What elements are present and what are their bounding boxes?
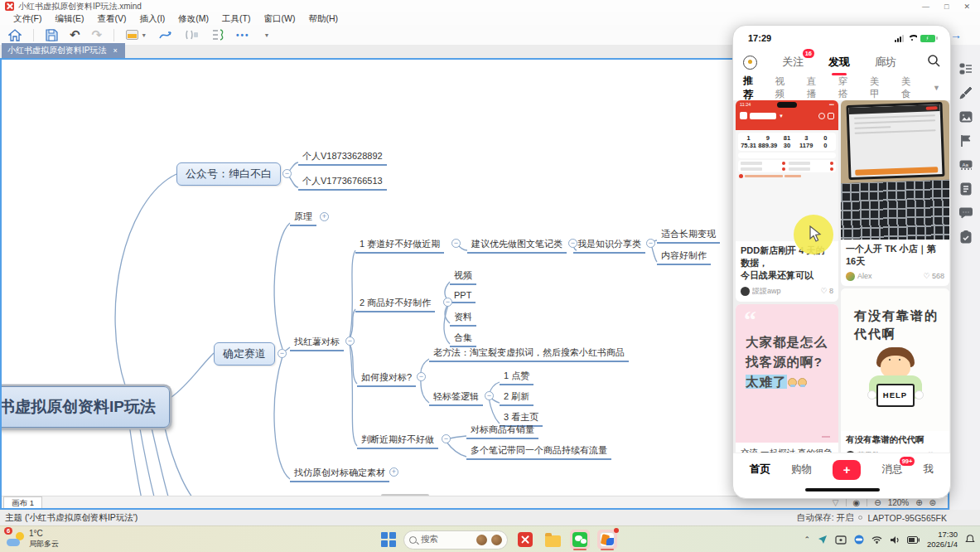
tray-clock[interactable]: 17:30 bbox=[927, 530, 958, 540]
author-avatar[interactable] bbox=[741, 287, 750, 296]
format-brush-icon[interactable] bbox=[959, 86, 973, 99]
mindmap-node-n3b1[interactable]: 1 点赞 bbox=[500, 369, 533, 385]
task-icon[interactable] bbox=[959, 230, 973, 244]
tab-me[interactable]: 我 bbox=[924, 462, 934, 477]
tab-home[interactable]: 首页 bbox=[750, 462, 770, 477]
mindmap-node-n3b2[interactable]: 2 刷新 bbox=[500, 390, 533, 406]
like-count[interactable]: ♡ 568 bbox=[923, 272, 944, 280]
zoom-out-icon[interactable]: ⊖ bbox=[874, 498, 881, 507]
mindmap-node-n1b2[interactable]: 内容好制作 bbox=[657, 249, 711, 265]
document-tab[interactable]: 小红书虚拟原创资料IP玩法 × bbox=[2, 43, 125, 58]
location-icon[interactable] bbox=[818, 535, 828, 545]
mindmap-node-n4[interactable]: 判断近期好不好做 bbox=[357, 433, 438, 449]
canvas-tab[interactable]: 画布 1 bbox=[3, 496, 42, 508]
cat-recommend[interactable]: 推荐 bbox=[743, 74, 756, 102]
more-tools-icon[interactable]: ••• bbox=[236, 31, 250, 40]
menu-file[interactable]: 文件(F) bbox=[7, 13, 48, 25]
app-tray-icon[interactable] bbox=[854, 535, 864, 545]
tray-date[interactable]: 2026/1/4 bbox=[927, 540, 958, 550]
comment-icon[interactable] bbox=[959, 206, 973, 220]
menu-edit[interactable]: 编辑(E) bbox=[48, 13, 90, 25]
tab-local[interactable]: 廊坊 bbox=[875, 55, 896, 70]
mindmap-node-gzh[interactable]: 公众号：绅白不白 bbox=[176, 162, 281, 186]
redo-icon[interactable]: ↷ bbox=[92, 27, 103, 42]
mindmap-node-n3b[interactable]: 轻标签逻辑 bbox=[429, 390, 483, 406]
relationship-icon[interactable] bbox=[158, 29, 173, 41]
menu-view[interactable]: 查看(V) bbox=[90, 13, 133, 25]
taskbar-mirror-app[interactable] bbox=[597, 530, 617, 550]
author-avatar[interactable] bbox=[846, 272, 855, 281]
phone-mirror-window[interactable]: 17:29 关注16 发现 廊坊 推荐 视频 直播 穿搭 美甲 美食 ▼ bbox=[732, 25, 951, 499]
mindmap-node-n1b1[interactable]: 适合长期变现 bbox=[657, 227, 720, 244]
fit-map-icon[interactable]: ⊜ bbox=[929, 498, 936, 507]
start-button[interactable] bbox=[381, 532, 396, 547]
zoom-in-icon[interactable]: ⊕ bbox=[915, 498, 922, 507]
mindmap-node-central[interactable]: 小红书虚拟原创资料IP玩法 bbox=[2, 386, 170, 428]
cat-nails[interactable]: 美甲 bbox=[870, 75, 881, 100]
tab-shop[interactable]: 购物 bbox=[791, 462, 812, 477]
summary-icon[interactable] bbox=[211, 29, 224, 41]
menu-modify[interactable]: 修改(M) bbox=[171, 13, 215, 25]
mindmap-node-n3a[interactable]: 老方法：淘宝裂变虚拟词，然后搜索小红书商品 bbox=[429, 346, 629, 362]
mindmap-node-fang[interactable]: 找仿原创对标确定素材 bbox=[290, 466, 389, 482]
collapse-icon[interactable]: − bbox=[568, 239, 577, 248]
taskbar-wechat[interactable] bbox=[570, 530, 590, 550]
menu-tools[interactable]: 工具(T) bbox=[215, 13, 257, 25]
maximize-button[interactable]: □ bbox=[944, 2, 949, 11]
mindmap-node-n2[interactable]: 2 商品好不好制作 bbox=[355, 296, 435, 312]
expand-icon[interactable]: + bbox=[320, 212, 329, 221]
save-icon[interactable] bbox=[46, 29, 58, 41]
feed-card-help[interactable]: 有没有靠谱的 代代啊 HELP 有没有靠谱的代代啊 bbox=[841, 288, 949, 453]
create-post-button[interactable]: + bbox=[833, 460, 861, 480]
search-icon[interactable] bbox=[927, 54, 940, 70]
feed-card-pdd[interactable]: 11:24▪▪▪ ▼ 1 bbox=[736, 100, 838, 302]
mindmap-node-n1a[interactable]: 建议优先做图文笔记类 bbox=[467, 237, 567, 254]
tray-expand-icon[interactable]: ⌃ bbox=[804, 535, 810, 544]
mindmap-node-n4a[interactable]: 对标商品有销量 bbox=[466, 423, 538, 439]
collapse-icon[interactable]: − bbox=[485, 391, 494, 400]
mindmap-node-track[interactable]: 确定赛道 bbox=[214, 342, 275, 366]
label-icon[interactable]: Aa bbox=[959, 158, 973, 172]
feed-card-quote[interactable]: “ 大家都是怎么 找客源的啊? 太难了 交流 一起探讨 真的很急 不懂就问有问必… bbox=[736, 304, 838, 453]
toolbar-dropdown-icon[interactable]: ▼ bbox=[264, 32, 270, 38]
author-name[interactable]: Alex bbox=[857, 272, 923, 280]
collapse-icon[interactable]: − bbox=[646, 239, 655, 248]
tab-messages[interactable]: 消息99+ bbox=[881, 462, 902, 477]
collapse-icon[interactable]: − bbox=[282, 169, 292, 178]
collapse-icon[interactable]: − bbox=[345, 337, 355, 346]
menu-insert[interactable]: 插入(I) bbox=[133, 13, 171, 25]
mindmap-node-n1b[interactable]: 我是知识分享类 bbox=[573, 237, 645, 254]
home-indicator[interactable] bbox=[805, 488, 880, 491]
collapse-icon[interactable]: − bbox=[417, 372, 426, 381]
xhs-menu-icon[interactable] bbox=[743, 56, 757, 70]
notes-icon[interactable] bbox=[959, 182, 973, 196]
chevron-down-icon[interactable]: ▼ bbox=[933, 84, 940, 92]
tab-discover[interactable]: 发现 bbox=[828, 55, 850, 70]
undo-icon[interactable]: ↶ bbox=[70, 27, 80, 42]
feed-card-tk[interactable]: 一个人开 TK 小店｜第16天 Alex ♡ 568 bbox=[841, 100, 949, 286]
share-icon[interactable]: → bbox=[950, 28, 962, 41]
image-icon[interactable] bbox=[959, 110, 973, 123]
marker-flag-icon[interactable] bbox=[959, 134, 973, 148]
mindmap-node-yuanli[interactable]: 原理 bbox=[290, 210, 316, 226]
mindmap-node-n2c[interactable]: 资料 bbox=[450, 310, 476, 327]
battery-icon[interactable] bbox=[907, 536, 920, 544]
cast-icon[interactable] bbox=[835, 535, 847, 545]
author-name[interactable]: 謖謖awp bbox=[752, 286, 820, 297]
mindmap-node-zhs[interactable]: 找红薯对标 bbox=[290, 335, 344, 351]
mindmap-node-n2b[interactable]: PPT bbox=[450, 289, 476, 303]
pitch-mode-icon[interactable]: ◉ bbox=[853, 498, 861, 507]
tab-close-icon[interactable]: × bbox=[113, 46, 117, 55]
tab-follow[interactable]: 关注16 bbox=[782, 55, 804, 70]
mindmap-node-n4b[interactable]: 多个笔记带同一个商品持续有流量 bbox=[466, 443, 611, 460]
minimize-button[interactable]: — bbox=[922, 2, 929, 11]
mindmap-node-n2d[interactable]: 合集 bbox=[450, 331, 476, 347]
home-icon[interactable] bbox=[8, 29, 22, 41]
taskbar-explorer[interactable] bbox=[543, 530, 562, 550]
taskbar-xmind[interactable] bbox=[515, 530, 535, 550]
structure-icon[interactable] bbox=[959, 62, 973, 75]
menu-window[interactable]: 窗口(W) bbox=[258, 13, 302, 25]
cat-fashion[interactable]: 穿搭 bbox=[838, 75, 850, 100]
notifications-icon[interactable] bbox=[965, 535, 975, 545]
collapse-icon[interactable]: − bbox=[443, 298, 452, 307]
